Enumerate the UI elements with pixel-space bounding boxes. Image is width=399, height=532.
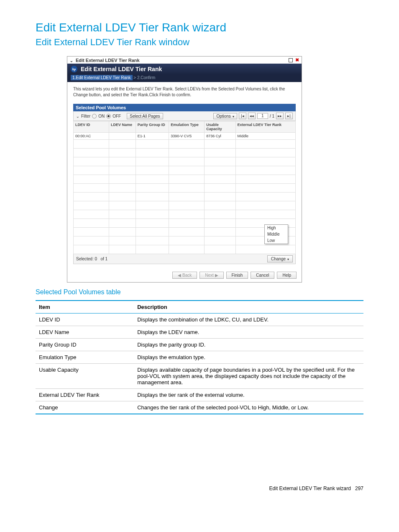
breadcrumb-step-1[interactable]: 1.Edit External LDEV Tier Rank (71, 75, 133, 80)
table-row (74, 166, 296, 175)
table-row[interactable]: 00:00:AC E1-1 3390-V CVS 8736 Cyl Middle (74, 133, 296, 140)
of-label: of (100, 257, 104, 261)
table-row (74, 175, 296, 184)
table-row (74, 140, 296, 149)
desc-item: LDEV Name (36, 326, 134, 339)
panel-footer: Selected: 0 of 1 Change (73, 254, 296, 264)
col-tier-rank[interactable]: External LDEV Tier Rank (235, 121, 295, 133)
desc-text: Changes the tier rank of the selected po… (134, 401, 363, 414)
cell-cap: 8736 Cyl (205, 133, 235, 140)
desc-header-description: Description (134, 301, 363, 314)
breadcrumb-separator: > (133, 75, 136, 80)
window-title: Edit External LDEV Tier Rank (76, 58, 140, 63)
table-row (74, 184, 296, 193)
desc-row: LDEV NameDisplays the LDEV name. (36, 326, 363, 339)
window-titlebar: Edit External LDEV Tier Rank ✖ (67, 57, 302, 64)
desc-item: Usable Capacity (36, 364, 134, 389)
next-button[interactable]: Next ▶ (200, 272, 223, 279)
table-row (74, 228, 296, 236)
selected-label: Selected: (76, 257, 94, 261)
col-ldev-id[interactable]: LDEV ID (74, 121, 109, 133)
selected-count: 0 (95, 257, 97, 261)
wizard-instructions: This wizard lets you edit the External L… (73, 86, 296, 98)
cell-emu: 3390-V CVS (169, 133, 205, 140)
description-table: Item Description LDEV IDDisplays the com… (36, 300, 363, 414)
options-dropdown[interactable]: Options (213, 113, 237, 119)
filter-off-radio[interactable] (106, 114, 111, 118)
cell-rank: Middle (235, 133, 295, 140)
desc-item: LDEV ID (36, 314, 134, 326)
tier-rank-option-low[interactable]: Low (265, 237, 288, 244)
table-row (74, 157, 296, 166)
select-all-pages-button[interactable]: Select All Pages (127, 113, 163, 119)
page-first-button[interactable]: |◂ (239, 113, 246, 119)
desc-header-item: Item (36, 301, 134, 314)
desc-row: LDEV IDDisplays the combination of the L… (36, 314, 363, 326)
panel-toolbar: Filter ON OFF Select All Pages Options |… (73, 111, 296, 121)
table-row (74, 245, 296, 254)
desc-item: External LDEV Tier Rank (36, 389, 134, 401)
footer-page-number: 297 (355, 486, 363, 491)
desc-item: Emulation Type (36, 351, 134, 364)
table-row (74, 149, 296, 157)
desc-item: Change (36, 401, 134, 414)
desc-table-title: Selected Pool Volumes table (36, 288, 363, 296)
cell-pg-id: E1-1 (136, 133, 169, 140)
wizard-button-bar: ◀ Back Next ▶ Finish Cancel Help (67, 268, 302, 282)
page-title-h1: Edit External LDEV Tier Rank wizard (36, 21, 363, 34)
cell-ldev-id: 00:00:AC (74, 133, 109, 140)
page-next-button[interactable]: ▸▸ (276, 113, 284, 119)
table-header-row: LDEV ID LDEV Name Parity Group ID Emulat… (74, 121, 296, 133)
desc-row: Usable CapacityDisplays available capaci… (36, 364, 363, 389)
table-row (74, 193, 296, 201)
finish-button[interactable]: Finish (226, 272, 248, 279)
cancel-button[interactable]: Cancel (251, 272, 274, 279)
col-ldev-name[interactable]: LDEV Name (109, 121, 136, 133)
col-emulation-type[interactable]: Emulation Type (169, 121, 205, 133)
wizard-header: hp Edit External LDEV Tier Rank (67, 64, 302, 75)
desc-item: Parity Group ID (36, 339, 134, 351)
collapse-icon[interactable] (70, 58, 73, 63)
close-icon[interactable]: ✖ (295, 57, 299, 63)
tier-rank-option-middle[interactable]: Middle (265, 231, 288, 237)
desc-text: Displays the emulation type. (134, 351, 363, 364)
desc-row: Emulation TypeDisplays the emulation typ… (36, 351, 363, 364)
wizard-header-title: Edit External LDEV Tier Rank (81, 66, 162, 72)
back-button[interactable]: ◀ Back (172, 272, 197, 279)
tier-rank-menu: High Middle Low (264, 224, 288, 244)
maximize-icon[interactable] (289, 58, 293, 62)
tier-rank-option-high[interactable]: High (265, 225, 288, 231)
help-button[interactable]: Help (277, 272, 297, 279)
hp-logo-icon: hp (71, 66, 77, 72)
table-row (74, 236, 296, 245)
cell-ldev-name (109, 133, 136, 140)
table-row (74, 219, 296, 228)
breadcrumb-step-2[interactable]: 2.Confirm (137, 75, 155, 80)
filter-on-radio[interactable] (92, 114, 97, 118)
page-title-h2: Edit External LDEV Tier Rank window (36, 37, 363, 48)
footer-section: Edit External LDEV Tier Rank wizard (269, 486, 351, 491)
pool-volumes-table: LDEV ID LDEV Name Parity Group ID Emulat… (73, 121, 296, 254)
page-current-input[interactable]: 1 (257, 113, 268, 119)
desc-text: Displays the combination of the LDKC, CU… (134, 314, 363, 326)
desc-row: External LDEV Tier RankDisplays the tier… (36, 389, 363, 401)
breadcrumb: 1.Edit External LDEV Tier Rank > 2.Confi… (67, 75, 302, 82)
desc-row: Parity Group IDDisplays the parity group… (36, 339, 363, 351)
page-total-label: / 1 (270, 114, 274, 118)
change-button[interactable]: Change (267, 255, 293, 262)
desc-row: ChangeChanges the tier rank of the selec… (36, 401, 363, 414)
page-footer: Edit External LDEV Tier Rank wizard 297 (36, 486, 363, 491)
page-last-button[interactable]: ▸| (285, 113, 293, 119)
desc-text: Displays the tier rank of the external v… (134, 389, 363, 401)
wizard-screenshot: Edit External LDEV Tier Rank ✖ hp Edit E… (67, 56, 302, 283)
col-usable-capacity[interactable]: Usable Capacity (205, 121, 235, 133)
desc-text: Displays the parity group ID. (134, 339, 363, 351)
col-parity-group[interactable]: Parity Group ID (136, 121, 169, 133)
panel-title: Selected Pool Volumes (73, 104, 296, 111)
filter-collapse-icon[interactable] (76, 114, 79, 118)
filter-label: Filter (81, 114, 90, 118)
page-prev-button[interactable]: ◂◂ (248, 113, 256, 119)
desc-text: Displays the LDEV name. (134, 326, 363, 339)
total-count: 1 (105, 257, 108, 261)
table-row (74, 201, 296, 210)
